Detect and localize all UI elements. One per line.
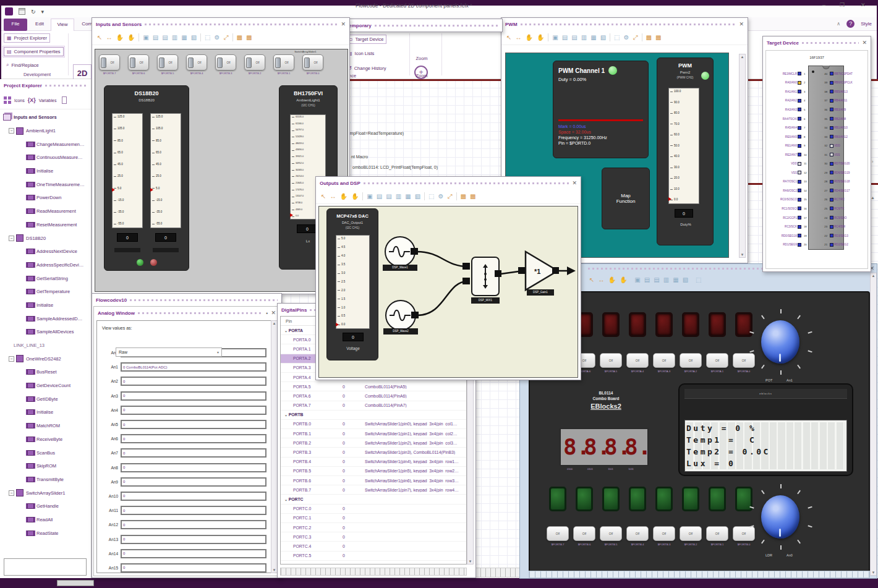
toolbar-icon[interactable]: ▩ bbox=[237, 35, 242, 41]
tree-item[interactable]: − Initialise bbox=[0, 164, 91, 178]
analog-row[interactable]: An5 0 bbox=[97, 417, 271, 432]
toolbar-icon[interactable]: ✋ bbox=[351, 194, 359, 200]
toolbar-icon[interactable]: ⤢ bbox=[448, 194, 453, 200]
pin-row[interactable]: PORTC.5 0 bbox=[281, 552, 466, 561]
toggle-button[interactable]: Off bbox=[653, 526, 675, 541]
scroll-up-icon[interactable]: ▲ bbox=[871, 195, 875, 200]
toolbar-icon[interactable]: ⬚ bbox=[205, 35, 210, 41]
slide-switch[interactable]: Off bbox=[302, 54, 323, 70]
analog-row[interactable]: An12 0 bbox=[97, 518, 271, 532]
toolbar-icon[interactable]: ▣ bbox=[552, 35, 558, 41]
analog-value-field[interactable]: 0 bbox=[121, 377, 266, 386]
toolbar-icon[interactable]: ✋ bbox=[116, 35, 123, 41]
pin-row[interactable]: PORTB.7 0 SwitchArraySlider1(pin7), keyp… bbox=[281, 485, 466, 495]
analog-value-field[interactable]: 0 bbox=[121, 448, 266, 458]
close-icon[interactable]: ✕ bbox=[739, 21, 744, 27]
tree-item[interactable]: − GetTemperature bbox=[0, 285, 91, 299]
close-icon[interactable]: ✕ bbox=[572, 180, 577, 186]
pin-row[interactable]: RE2/AN7 10 31 VSS bbox=[768, 150, 867, 160]
variables-toggle[interactable]: Variables bbox=[39, 98, 57, 103]
restore-button[interactable]: ❐ bbox=[840, 2, 845, 8]
pin-row[interactable]: RD1/SEG9 20 21 RD2/SEG2 bbox=[768, 240, 867, 249]
toolbar-icon[interactable]: ⤢ bbox=[633, 35, 638, 41]
tab-view[interactable]: View bbox=[51, 19, 74, 31]
expander-icon[interactable]: − bbox=[9, 490, 14, 496]
analog-value-field[interactable]: 0 bbox=[121, 434, 266, 443]
ds18b20-block[interactable]: DS18B20 DS18B20 125.0105.085.065.045.025… bbox=[104, 85, 189, 271]
toolbar-icon[interactable]: ✋ bbox=[525, 35, 532, 41]
toolbar-icon[interactable] bbox=[424, 192, 425, 200]
expander-icon[interactable]: − bbox=[9, 128, 14, 134]
toolbar-icon[interactable]: ✋ bbox=[537, 35, 544, 41]
pin-row[interactable]: RA5/AN4 7 34 RB1/AN10 bbox=[768, 123, 867, 132]
pin-row[interactable]: PORTC.1 0 bbox=[281, 514, 466, 523]
expander-icon[interactable]: − bbox=[9, 356, 14, 362]
toggle-button[interactable]: Off bbox=[573, 526, 595, 541]
slide-switch[interactable]: Off bbox=[157, 54, 178, 70]
analog-row[interactable]: An10 0 bbox=[97, 489, 271, 503]
undo-icon[interactable]: ↻ bbox=[31, 9, 36, 15]
pin-row[interactable]: RA3/AN3 5 36 RB3/AN9 bbox=[768, 105, 867, 114]
pwm-vscrollbar[interactable]: ▲▼ bbox=[739, 54, 746, 258]
pin-row[interactable]: RC3/SCK 18 23 RC4/SDI bbox=[768, 222, 867, 231]
analog-row[interactable]: An3 0 bbox=[97, 389, 271, 403]
pin-row[interactable]: PORTC.0 0 bbox=[281, 505, 466, 514]
toolbar-icon[interactable]: ↔ bbox=[598, 277, 604, 283]
toolbar-icon[interactable] bbox=[548, 33, 548, 41]
expander-icon[interactable]: − bbox=[9, 236, 14, 241]
pin-row[interactable]: RE0/AN5 8 33 RB0/AN12 bbox=[768, 132, 867, 142]
toolbar-icon[interactable]: ▤ bbox=[644, 277, 650, 283]
pin-row[interactable]: RA7/OSC1 13 28 RD5/SEG18 bbox=[768, 177, 867, 187]
toolbar-icon[interactable]: ▩ bbox=[461, 194, 466, 200]
toolbar-icon[interactable] bbox=[456, 192, 457, 200]
analog-value-field[interactable]: 0 bbox=[121, 535, 266, 544]
tree-item[interactable]: − BusReset bbox=[0, 365, 91, 379]
toolbar-icon[interactable]: ↔ bbox=[515, 35, 521, 41]
analog-row[interactable]: An6 0 bbox=[97, 432, 271, 446]
analog-value-field[interactable]: 0 bbox=[121, 420, 266, 429]
tree-item[interactable]: − AmbientLight1 bbox=[0, 124, 91, 138]
tree-item[interactable]: − AddressNextDevice bbox=[0, 245, 91, 258]
toggle-button[interactable]: Off bbox=[547, 526, 569, 541]
pin-row[interactable]: RE1/AN6 9 32 VDD bbox=[768, 141, 867, 150]
toolbar-icon[interactable]: ▧ bbox=[415, 194, 420, 200]
toolbar-icon[interactable]: ▦ bbox=[181, 35, 187, 41]
pin-row[interactable]: PORTA.7 0 ComboBL0114(PinA7) bbox=[281, 401, 466, 411]
tree-item[interactable]: − OneTimeMeasureme… bbox=[0, 177, 91, 191]
toolbar-icon[interactable] bbox=[139, 33, 139, 41]
toolbar-icon[interactable]: ▦ bbox=[405, 194, 411, 200]
pin-row[interactable]: PORTB.4 0 SwitchArraySlider1(pin4), keyp… bbox=[281, 458, 466, 467]
dsp-wave1-block[interactable] bbox=[385, 236, 416, 267]
digital-hscrollbar[interactable] bbox=[280, 568, 467, 576]
toolbar-icon[interactable]: ▦ bbox=[673, 277, 678, 283]
tree-item[interactable]: − OneWireDS2482 bbox=[0, 352, 91, 365]
pin-row[interactable]: RC0/SOSCO 15 26 RC7/RX bbox=[768, 195, 867, 205]
toolbar-icon[interactable]: ▤ bbox=[377, 194, 382, 200]
target-device-toggle[interactable]: ▭Target Device bbox=[345, 35, 386, 44]
tree-item[interactable]: − DS18B20 bbox=[0, 231, 91, 245]
analog-row[interactable]: An2 0 bbox=[97, 374, 271, 388]
analog-row[interactable]: An1 0 ComboBL0114(Pot ADC) bbox=[97, 360, 271, 374]
pin-row[interactable]: RC1/SOSCI 16 25 RC6/TX bbox=[768, 204, 867, 213]
toolbar-icon[interactable] bbox=[642, 33, 642, 41]
find-replace-button[interactable]: ⌕Find/Replace bbox=[4, 61, 41, 69]
toolbar-icon[interactable]: ▥ bbox=[172, 35, 177, 41]
tree-item[interactable]: − ScanBus bbox=[0, 446, 91, 459]
minimize-icon[interactable]: ▪ bbox=[266, 310, 268, 316]
tree-item[interactable]: − ReadState bbox=[0, 526, 91, 540]
toolbar-icon[interactable]: ▥ bbox=[581, 35, 587, 41]
toolbar-icon[interactable]: ⚙ bbox=[438, 194, 444, 200]
analog-row[interactable]: An13 0 bbox=[97, 532, 271, 546]
pin-row[interactable]: PORTB.5 0 SwitchArraySlider1(pin5), keyp… bbox=[281, 467, 466, 476]
tree-item[interactable]: − GetSerialString bbox=[0, 271, 91, 285]
ds18b20-slider-1[interactable]: 125.0105.085.065.045.025.05.0-15.0-35.0-… bbox=[112, 113, 143, 228]
pot-knob[interactable] bbox=[761, 320, 799, 364]
analog-row[interactable]: An14 0 bbox=[97, 547, 271, 561]
pin-row[interactable]: PORTB.6 0 SwitchArraySlider1(pin6), keyp… bbox=[281, 476, 466, 485]
minimize-button[interactable]: – bbox=[822, 2, 825, 8]
board-vscrollbar[interactable]: ▲▼ bbox=[870, 273, 877, 576]
pin-row[interactable]: RA1/AN1 3 38 RB5/AN13 bbox=[768, 87, 867, 96]
analog-row[interactable]: An8 0 bbox=[97, 461, 271, 475]
project-explorer-button[interactable]: ▦Project Explorer bbox=[4, 33, 50, 43]
tree-item[interactable]: − TransmitByte bbox=[0, 473, 91, 487]
